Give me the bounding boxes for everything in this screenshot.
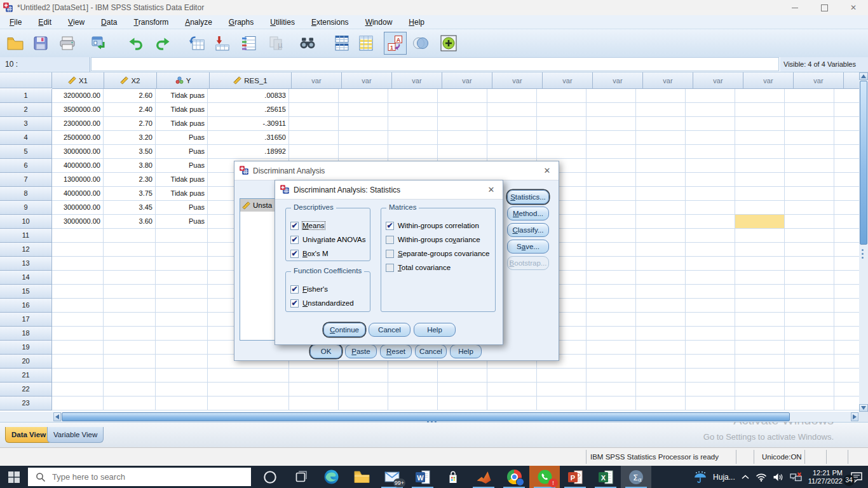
cell[interactable]: 3500000.00 [52,103,104,117]
menu-help[interactable]: Help [400,15,433,29]
cell[interactable]: 2.40 [104,103,156,117]
cell[interactable] [686,103,735,117]
cell[interactable] [587,89,636,103]
cell[interactable] [735,285,785,299]
row-header-22[interactable]: 22 [0,383,52,396]
volume-icon[interactable] [773,473,784,482]
cell[interactable] [636,215,686,229]
cell[interactable]: Tidak puas [156,89,208,103]
cell[interactable] [735,117,785,131]
cell[interactable] [104,299,156,313]
cell[interactable] [785,313,834,327]
column-header-var[interactable]: var [292,72,342,89]
weather-icon[interactable] [693,471,707,484]
goto-variable-button[interactable] [211,32,234,55]
cell[interactable] [834,173,859,187]
checkbox-box[interactable] [386,250,394,258]
checkbox-unstandardized[interactable]: Unstandardized [290,296,370,310]
goto-case-button[interactable] [186,32,208,55]
cell[interactable]: 2500000.00 [52,131,104,145]
cell[interactable] [686,257,735,271]
cell[interactable] [587,313,636,327]
cell[interactable] [208,396,289,410]
row-header-14[interactable]: 14 [0,271,52,285]
cell[interactable] [537,103,587,117]
wifi-icon[interactable] [756,473,767,482]
statistics-button[interactable]: Statistics... [507,190,549,204]
cell[interactable] [52,327,104,341]
cell[interactable] [487,369,537,383]
checkbox-fisher-s[interactable]: Fisher's [290,282,370,296]
cell[interactable] [785,271,834,285]
cell[interactable] [686,187,735,201]
cell[interactable] [834,369,859,383]
cell[interactable] [686,117,735,131]
cell[interactable] [785,103,834,117]
row-header-18[interactable]: 18 [0,327,52,341]
cell[interactable] [587,117,636,131]
cell[interactable] [587,173,636,187]
cell[interactable] [156,369,208,383]
cell[interactable] [156,243,208,257]
cell[interactable] [636,369,686,383]
recall-dialogs-button[interactable] [88,32,111,55]
tray-chevron-icon[interactable] [741,474,750,480]
cell[interactable] [686,369,735,383]
cell[interactable] [735,187,785,201]
cell[interactable] [104,229,156,243]
cell[interactable]: 3.45 [104,201,156,215]
cell[interactable]: 3.75 [104,187,156,201]
row-header-4[interactable]: 4 [0,131,52,145]
column-header-var[interactable]: var [794,72,844,89]
cell[interactable] [104,257,156,271]
cell[interactable]: Puas [156,201,208,215]
cell[interactable] [339,117,388,131]
cell[interactable] [52,369,104,383]
cell[interactable] [52,313,104,327]
cell[interactable] [289,89,339,103]
checkbox-box[interactable] [386,222,394,230]
cell[interactable] [587,341,636,355]
cell[interactable] [834,201,859,215]
checkbox-box[interactable] [290,285,299,294]
open-data-button[interactable] [4,32,27,55]
menu-data[interactable]: Data [93,15,125,29]
cell[interactable] [785,299,834,313]
cell[interactable] [587,271,636,285]
cell[interactable] [537,396,587,410]
cell[interactable] [636,159,686,173]
cell[interactable] [735,257,785,271]
column-header-var[interactable]: var [342,72,392,89]
cell[interactable] [587,159,636,173]
cell[interactable] [587,131,636,145]
cell[interactable] [388,103,438,117]
cell[interactable] [785,355,834,369]
column-header-x2[interactable]: X2 [104,72,157,89]
find-button[interactable] [296,32,319,55]
cell[interactable] [438,117,487,131]
cell[interactable] [339,103,388,117]
menu-file[interactable]: File [1,15,30,29]
cell[interactable] [834,131,859,145]
cell[interactable] [636,327,686,341]
cell[interactable] [735,131,785,145]
cell[interactable] [487,103,537,117]
cell[interactable] [785,117,834,131]
cell[interactable] [686,131,735,145]
cell[interactable] [636,89,686,103]
word-taskbar-icon[interactable]: W [407,466,438,488]
cell[interactable]: Tidak puas [156,103,208,117]
cell[interactable] [289,396,339,410]
cell[interactable] [289,145,339,159]
tab-data-view[interactable]: Data View [5,427,52,443]
cell[interactable]: 1300000.00 [52,173,104,187]
mail-taskbar-icon[interactable]: 99+ [377,466,407,488]
row-header-5[interactable]: 5 [0,145,52,159]
cell[interactable] [735,271,785,285]
cell[interactable] [289,131,339,145]
row-header-17[interactable]: 17 [0,313,52,327]
row-header-13[interactable]: 13 [0,257,52,271]
cell[interactable] [587,355,636,369]
cell[interactable]: Puas [156,145,208,159]
cell[interactable] [587,187,636,201]
